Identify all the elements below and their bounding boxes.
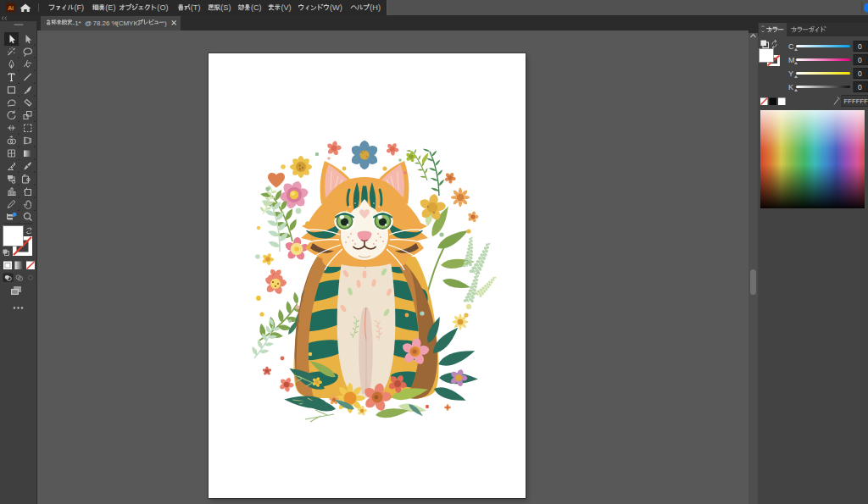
svg-text:(T): (T) [191,3,201,12]
svg-text:Ai: Ai [8,4,14,12]
svg-text:0: 0 [858,83,862,91]
svg-text:C: C [788,42,794,51]
svg-text:@: @ [85,19,92,27]
svg-text:0: 0 [858,42,862,51]
svg-text:0: 0 [858,56,862,64]
svg-text:(W): (W) [330,3,342,12]
svg-text:(H): (H) [370,3,381,12]
svg-text:K: K [788,83,793,91]
svg-text:78.26: 78.26 [93,19,111,27]
svg-text:(O): (O) [157,3,168,12]
svg-text:(C): (C) [251,3,262,12]
svg-text:(E): (E) [105,3,115,12]
svg-text:(S): (S) [220,3,231,12]
svg-text:): ) [164,19,167,27]
svg-text:(CMYK/: (CMYK/ [116,19,141,27]
svg-text:(F): (F) [74,3,84,12]
svg-text:-1*: -1* [73,19,81,27]
svg-text:M: M [788,56,795,64]
svg-text:Y: Y [788,69,793,78]
svg-text:(V): (V) [281,3,291,12]
svg-text:FFFFFF: FFFFFF [844,97,868,105]
svg-text:0: 0 [858,69,862,78]
